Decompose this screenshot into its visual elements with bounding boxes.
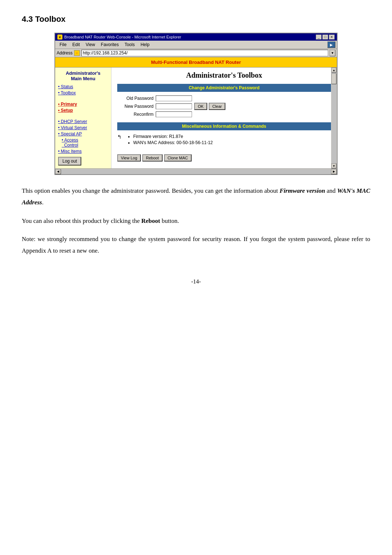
scroll-left-button[interactable]: ◀: [55, 169, 61, 174]
reconfirm-label: Reconfirm: [117, 112, 154, 117]
mac-info: WAN's MAC Address: 00-50-18-56-11-12: [133, 140, 213, 145]
browser-go-button[interactable]: ▶: [327, 41, 335, 48]
firmware-info: Firmware version: R1.87e: [133, 134, 213, 139]
close-button[interactable]: ✕: [329, 34, 335, 40]
horizontal-scrollbar[interactable]: ◀ ▶: [55, 168, 337, 174]
view-log-button[interactable]: View Log: [117, 154, 141, 162]
menu-help[interactable]: Help: [138, 41, 152, 48]
cursor-icon: ↰: [117, 134, 122, 140]
browser-titlebar: e Broadband NAT Router Web-Console - Mic…: [55, 33, 337, 41]
ok-button[interactable]: OK: [194, 103, 207, 110]
sidebar-item-primary[interactable]: Primary: [58, 102, 108, 107]
description-para2: You can also reboot this product by clic…: [22, 215, 370, 227]
address-dropdown[interactable]: ▼: [330, 50, 335, 56]
sidebar-item-status[interactable]: Status: [58, 84, 108, 89]
sidebar-item-toolbox[interactable]: Toolbox: [58, 90, 108, 95]
browser-menubar: File Edit View Favorites Tools Help ▶: [55, 41, 337, 49]
menu-favorites[interactable]: Favorites: [98, 41, 122, 48]
description-para1: This option enables you change the admin…: [22, 185, 370, 209]
router-sidebar: Administrator's Main Menu Status Toolbox…: [55, 68, 111, 168]
scroll-down-button[interactable]: ▼: [331, 163, 336, 168]
browser-title-area: e Broadband NAT Router Web-Console - Mic…: [57, 34, 181, 40]
scrollbar[interactable]: ▲ ▼: [331, 68, 337, 168]
sidebar-item-dhcp[interactable]: DHCP Server: [58, 119, 108, 124]
address-page-icon: e: [74, 50, 80, 56]
password-buttons: OK Clear: [194, 103, 225, 110]
new-password-label: New Password: [117, 104, 154, 109]
sidebar-item-setup[interactable]: Setup: [58, 108, 108, 113]
section-title: 4.3 Toolbox: [22, 15, 370, 24]
description-para3: Note: we strongly recommend you to chang…: [22, 233, 370, 257]
reconfirm-input[interactable]: [156, 111, 192, 117]
menu-tools[interactable]: Tools: [122, 41, 138, 48]
sidebar-item-special-ap[interactable]: Special AP: [58, 131, 108, 136]
minimize-button[interactable]: _: [316, 34, 322, 40]
page-number: -14-: [191, 278, 201, 285]
new-password-input[interactable]: [156, 103, 192, 109]
sidebar-title: Administrator's Main Menu: [58, 70, 108, 81]
sidebar-item-access-control[interactable]: Access Control: [58, 138, 108, 148]
browser-window: e Broadband NAT Router Web-Console - Mic…: [54, 33, 338, 175]
clone-mac-button[interactable]: Clone MAC: [164, 154, 192, 162]
misc-info-list: Firmware version: R1.87e WAN's MAC Addre…: [124, 134, 213, 146]
misc-header: Miscellaneous Information & Commands: [117, 122, 331, 130]
browser-addressbar: Address e ▼: [55, 49, 337, 57]
sidebar-item-virtual-server[interactable]: Virtual Server: [58, 125, 108, 130]
browser-title-text: Broadband NAT Router Web-Console - Micro…: [64, 35, 181, 39]
titlebar-controls[interactable]: _ □ ✕: [316, 34, 335, 40]
scroll-right-button[interactable]: ▶: [331, 169, 337, 174]
old-password-input[interactable]: [156, 95, 192, 101]
misc-info-area: ↰ Firmware version: R1.87e WAN's MAC Add…: [117, 134, 331, 151]
sidebar-item-misc-items[interactable]: Misc Items: [58, 149, 108, 154]
description-block: This option enables you change the admin…: [22, 185, 370, 257]
address-label: Address: [57, 50, 73, 56]
restore-button[interactable]: □: [322, 34, 328, 40]
misc-buttons: View Log Reboot Clone MAC: [117, 154, 331, 162]
reconfirm-row: Reconfirm: [117, 111, 331, 117]
password-form: Old Password New Password OK Clear Recon…: [117, 95, 331, 117]
old-password-label: Old Password: [117, 96, 154, 101]
address-input[interactable]: [81, 50, 328, 56]
main-title: Administrator's Toolbox: [117, 71, 331, 79]
change-password-header: Change Administrator's Password: [117, 84, 331, 92]
scroll-thumb[interactable]: [331, 73, 336, 84]
old-password-row: Old Password: [117, 95, 331, 101]
firmware-version-bold: Firmware version: [279, 187, 325, 194]
new-password-row: New Password OK Clear: [117, 103, 331, 110]
horizontal-track: [61, 169, 331, 174]
router-interface: Multi-Functional Broadband NAT Router Ad…: [55, 57, 337, 174]
menu-file[interactable]: File: [57, 41, 69, 48]
logout-button[interactable]: Log out: [58, 157, 81, 166]
menu-view[interactable]: View: [83, 41, 98, 48]
menu-edit[interactable]: Edit: [69, 41, 83, 48]
scroll-up-button[interactable]: ▲: [331, 68, 336, 73]
clear-button[interactable]: Clear: [209, 103, 225, 110]
page-footer: -14-: [22, 278, 370, 285]
router-body: Administrator's Main Menu Status Toolbox…: [55, 68, 337, 168]
router-main-content: Administrator's Toolbox Change Administr…: [111, 68, 337, 168]
browser-icon: e: [57, 34, 62, 40]
scroll-track: [331, 73, 336, 163]
reboot-bold: Reboot: [141, 217, 160, 224]
reboot-button[interactable]: Reboot: [142, 154, 162, 162]
router-header: Multi-Functional Broadband NAT Router: [55, 57, 337, 68]
